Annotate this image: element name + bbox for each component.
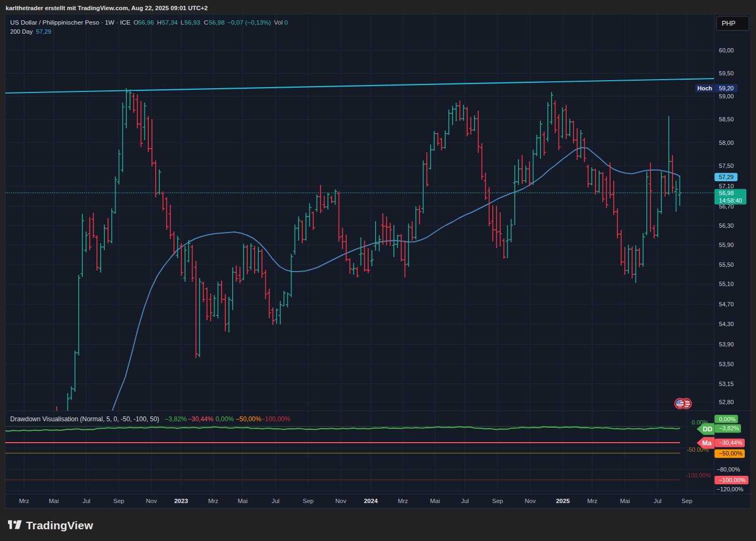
- svg-text:52,80: 52,80: [719, 399, 734, 405]
- svg-text:Mrz: Mrz: [208, 498, 218, 504]
- svg-text:−0,07 (−0,13%): −0,07 (−0,13%): [227, 19, 271, 26]
- svg-text:56,93: 56,93: [185, 19, 201, 26]
- svg-text:53,90: 53,90: [719, 341, 734, 347]
- svg-text:−80,00%: −80,00%: [717, 466, 740, 473]
- svg-text:0: 0: [285, 19, 288, 26]
- svg-text:53,15: 53,15: [719, 381, 734, 387]
- svg-text:Nov: Nov: [146, 498, 157, 504]
- svg-text:0,00%: 0,00%: [216, 415, 234, 423]
- svg-text:Sep: Sep: [303, 498, 314, 504]
- svg-text:59,00: 59,00: [719, 93, 734, 99]
- svg-text:Jul: Jul: [654, 498, 662, 504]
- svg-text:−100,00%: −100,00%: [261, 415, 291, 423]
- svg-text:Sep: Sep: [113, 498, 124, 504]
- svg-text:Jul: Jul: [461, 498, 469, 504]
- svg-text:Hoch: Hoch: [698, 85, 713, 91]
- svg-text:H: H: [157, 19, 162, 26]
- svg-text:−30,44%: −30,44%: [719, 439, 743, 446]
- svg-text:US Dollar / Philippinischer Pe: US Dollar / Philippinischer Peso · 1W · …: [10, 19, 131, 26]
- svg-text:57,50: 57,50: [719, 163, 734, 169]
- svg-text:0,00%: 0,00%: [719, 416, 736, 422]
- svg-text:Mai: Mai: [49, 498, 59, 504]
- svg-text:L: L: [181, 19, 185, 26]
- svg-text:Nov: Nov: [335, 498, 347, 504]
- svg-text:14:58:40: 14:58:40: [719, 197, 742, 204]
- svg-text:59,20: 59,20: [719, 85, 734, 91]
- svg-text:TradingView: TradingView: [26, 519, 94, 531]
- svg-text:Mrz: Mrz: [587, 498, 597, 504]
- svg-text:−30,44%: −30,44%: [188, 415, 213, 423]
- svg-text:Mai: Mai: [430, 498, 440, 504]
- svg-text:Mrz: Mrz: [19, 498, 29, 504]
- svg-text:57,10: 57,10: [719, 183, 734, 189]
- svg-text:2025: 2025: [556, 498, 570, 504]
- svg-text:O: O: [134, 19, 139, 26]
- svg-text:57,29: 57,29: [719, 174, 734, 180]
- svg-text:−100,00%: −100,00%: [719, 477, 746, 483]
- svg-text:−50,00%: −50,00%: [236, 415, 262, 423]
- svg-text:-100.00%: -100.00%: [685, 472, 711, 478]
- svg-text:−120,00%: −120,00%: [717, 486, 744, 492]
- svg-text:2023: 2023: [174, 498, 188, 504]
- svg-text:Jul: Jul: [82, 498, 90, 504]
- svg-text:200 Day: 200 Day: [10, 28, 33, 35]
- svg-text:55,90: 55,90: [719, 242, 734, 248]
- svg-text:56,30: 56,30: [719, 222, 734, 229]
- svg-text:54,30: 54,30: [719, 321, 734, 327]
- svg-text:PHP: PHP: [722, 20, 736, 27]
- svg-text:DD: DD: [703, 426, 713, 433]
- svg-text:56,98: 56,98: [719, 190, 734, 196]
- svg-text:56,96: 56,96: [138, 19, 154, 26]
- svg-text:56,98: 56,98: [209, 19, 225, 26]
- svg-text:57,29: 57,29: [36, 28, 51, 35]
- svg-text:58,50: 58,50: [719, 116, 734, 122]
- svg-text:−50,00%: −50,00%: [719, 450, 743, 457]
- svg-text:2024: 2024: [364, 498, 378, 504]
- svg-text:58,00: 58,00: [719, 140, 734, 146]
- svg-text:C: C: [204, 19, 209, 26]
- svg-text:54,70: 54,70: [719, 301, 734, 307]
- svg-text:55,10: 55,10: [719, 281, 734, 287]
- svg-text:−3,82%: −3,82%: [165, 415, 187, 423]
- svg-text:Ma: Ma: [702, 439, 712, 447]
- svg-text:Jul: Jul: [272, 498, 280, 504]
- svg-text:Mrz: Mrz: [398, 498, 408, 504]
- svg-text:Sep: Sep: [682, 498, 692, 504]
- svg-text:53,50: 53,50: [719, 361, 734, 367]
- svg-text:Mai: Mai: [620, 498, 630, 504]
- svg-text:−3,82%: −3,82%: [719, 425, 739, 431]
- svg-text:Vol: Vol: [274, 19, 282, 26]
- svg-text:Drawdown Visualisation (Normal: Drawdown Visualisation (Normal, 5, 0, -5…: [10, 415, 159, 423]
- svg-text:60,00: 60,00: [719, 47, 734, 53]
- svg-text:59,50: 59,50: [719, 70, 734, 76]
- svg-text:karlthetrader erstellt mit Tra: karlthetrader erstellt mit TradingView.c…: [6, 5, 208, 11]
- svg-text:Nov: Nov: [525, 498, 536, 504]
- svg-text:57,34: 57,34: [162, 19, 178, 26]
- svg-text:Sep: Sep: [492, 498, 503, 504]
- svg-text:55,50: 55,50: [719, 261, 734, 268]
- svg-text:Mai: Mai: [238, 498, 248, 504]
